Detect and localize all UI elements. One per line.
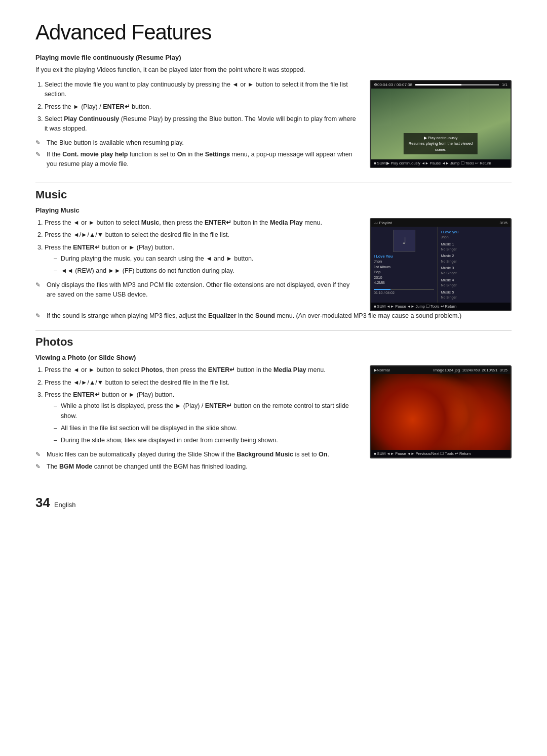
- photos-text: Press the ◄ or ► button to select Photos…: [35, 365, 358, 474]
- resume-play-notes: The Blue button is available when resumi…: [35, 138, 358, 170]
- page-title: Advanced Features: [35, 20, 512, 45]
- photos-note-1: Music files can be automatically played …: [35, 450, 358, 459]
- photo-date: 2010/2/1: [482, 368, 497, 372]
- now-playing-artist: Jhon: [374, 259, 434, 265]
- photos-screen: ▶Normal Image1024.jpg 1024x768 2010/2/1 …: [370, 365, 512, 458]
- video-icon: ⚙: [374, 82, 377, 87]
- music-dash-notes: During playing the music, you can search…: [45, 254, 358, 276]
- page-footer: 34 English: [35, 495, 512, 511]
- music-note-1: Only displays the files with MP3 and PCM…: [35, 280, 358, 300]
- music-steps: Press the ◄ or ► button to select Music,…: [35, 218, 358, 276]
- apples-image: [371, 374, 511, 450]
- photos-dash-notes: While a photo list is displayed, press t…: [45, 401, 358, 446]
- video-count: 1/1: [502, 82, 507, 87]
- music-section: Playing Music Press the ◄ or ► button to…: [35, 206, 512, 321]
- photo-step-3: Press the ENTER↵ button or ► (Play) butt…: [45, 390, 358, 446]
- photos-section: Viewing a Photo (or Slide Show) Press th…: [35, 354, 512, 474]
- music-playlist-count: 3/15: [499, 221, 507, 225]
- music-text: Press the ◄ or ► button to select Music,…: [35, 218, 358, 303]
- resume-play-steps: Select the movie file you want to play c…: [35, 80, 358, 134]
- playlist-item-2: Music 1 No Singer: [441, 241, 507, 253]
- photos-controls: ■ SUM ◄► Pause ◄► Previous/Next ☐ Tools …: [374, 451, 471, 456]
- music-content-area: ♩ I Love You Jhon 1st Album Pop 2010 4.2…: [371, 227, 511, 303]
- photo-dash-1: While a photo list is displayed, press t…: [54, 401, 358, 421]
- music-dash-2: ◄◄ (REW) and ►► (FF) buttons do not func…: [54, 266, 358, 276]
- video-controls: ■ SUM ▶ Play continuously ◄► Pause ◄► Ju…: [374, 161, 491, 165]
- overlay-line1: ▶ Play continuously: [409, 135, 473, 141]
- music-time: 01:10 / 04:02: [374, 291, 395, 295]
- video-screen-mockup: ⚙ 00:04:03 / 00:07:38 1/1 ▶ Play continu…: [370, 80, 512, 168]
- photo-step-1: Press the ◄ or ► button to select Photos…: [45, 365, 358, 375]
- music-title: Music: [35, 188, 512, 201]
- music-note-2: If the sound is strange when playing MP3…: [35, 311, 512, 321]
- music-step-2: Press the ◄/►/▲/▼ button to select the d…: [45, 230, 358, 240]
- playing-music-subtitle: Playing Music: [35, 206, 512, 214]
- resume-play-intro: If you exit the playing Videos function,…: [35, 65, 512, 75]
- video-top-bar: ⚙ 00:04:03 / 00:07:38 1/1: [371, 81, 511, 89]
- music-controls: ■ SUM ◄► Pause ◄► Jump ☐ Tools ↩ Return: [374, 304, 456, 309]
- playlist-item-5: Music 4 No Singer: [441, 277, 507, 289]
- music-bottom-bar: ■ SUM ◄► Pause ◄► Jump ☐ Tools ↩ Return: [371, 303, 511, 310]
- music-divider: [35, 183, 512, 183]
- video-time: 00:04:03 / 00:07:38: [377, 82, 412, 87]
- photo-filename: Image1024.jpg: [433, 368, 460, 372]
- photo-step-2: Press the ◄/►/▲/▼ button to select the d…: [45, 378, 358, 388]
- music-content: Press the ◄ or ► button to select Music,…: [35, 218, 512, 311]
- music-dash-1: During playing the music, you can search…: [54, 254, 358, 264]
- resume-play-screen: ⚙ 00:04:03 / 00:07:38 1/1 ▶ Play continu…: [370, 80, 512, 168]
- photos-note-2: The BGM Mode cannot be changed until the…: [35, 462, 358, 472]
- music-top-bar: ♪ ♪ Playlist 3/15: [371, 219, 511, 227]
- photo-dash-2: All files in the file list section will …: [54, 424, 358, 433]
- music-screen: ♪ ♪ Playlist 3/15 ♩ I Love You Jhon 1st …: [370, 218, 512, 311]
- overlay-line3: scene.: [409, 147, 473, 152]
- resume-play-subtitle: Playing movie file continuously (Resume …: [35, 54, 512, 61]
- step-3: Select Play Continuously (Resume Play) b…: [45, 114, 358, 134]
- photos-screen-mockup: ▶Normal Image1024.jpg 1024x768 2010/2/1 …: [370, 365, 512, 458]
- page-number: 34: [35, 495, 50, 511]
- music-details: I Love You Jhon 1st Album Pop 2010 4.2MB: [374, 254, 434, 286]
- photo-count: 3/15: [499, 368, 507, 372]
- playlist-item-6: Music 5 No Singer: [441, 289, 507, 301]
- music-size: 4.2MB: [374, 280, 434, 286]
- playlist-item-1: I Love you Jhon: [441, 229, 507, 241]
- page-language: English: [54, 501, 76, 509]
- photo-mode: ▶Normal: [374, 368, 390, 372]
- photos-steps: Press the ◄ or ► button to select Photos…: [35, 365, 358, 446]
- photos-content-area: [371, 374, 511, 450]
- note-blue-button: The Blue button is available when resumi…: [35, 138, 358, 148]
- photos-content: Press the ◄ or ► button to select Photos…: [35, 365, 512, 474]
- photos-divider: [35, 330, 512, 330]
- photos-top-bar: ▶Normal Image1024.jpg 1024x768 2010/2/1 …: [371, 366, 511, 374]
- resume-play-section: Playing movie file continuously (Resume …: [35, 54, 512, 174]
- video-content: ▶ Play continuously Resumes playing from…: [371, 89, 511, 159]
- music-album: 1st Album: [374, 265, 434, 270]
- resume-play-text: Select the movie file you want to play c…: [35, 80, 358, 174]
- now-playing-title: I Love You: [374, 254, 434, 260]
- music-playlist: I Love you Jhon Music 1 No Singer Music …: [438, 227, 511, 303]
- music-screen-mockup: ♪ ♪ Playlist 3/15 ♩ I Love You Jhon 1st …: [370, 218, 512, 311]
- music-thumbnail: ♩: [393, 230, 415, 252]
- step-2: Press the ► (Play) / ENTER↵ button.: [45, 102, 358, 112]
- photos-title: Photos: [35, 335, 512, 349]
- note-cont-help: If the Cont. movie play help function is…: [35, 150, 358, 170]
- playlist-item-3: Music 2 No Singer: [441, 253, 507, 265]
- viewing-photo-subtitle: Viewing a Photo (or Slide Show): [35, 354, 512, 361]
- music-progress: 01:10 / 04:02: [374, 289, 434, 295]
- playlist-item-4: Music 3 No Singer: [441, 265, 507, 277]
- music-step-1: Press the ◄ or ► button to select Music,…: [45, 218, 358, 228]
- video-bottom-bar: ■ SUM ▶ Play continuously ◄► Pause ◄► Ju…: [371, 159, 511, 167]
- step-1: Select the movie file you want to play c…: [45, 80, 358, 100]
- photo-dash-3: During the slide show, files are display…: [54, 436, 358, 445]
- photos-bottom-bar: ■ SUM ◄► Pause ◄► Previous/Next ☐ Tools …: [371, 450, 511, 457]
- video-overlay: ▶ Play continuously Resumes playing from…: [404, 133, 478, 154]
- music-step-3: Press the ENTER↵ button or ► (Play) butt…: [45, 243, 358, 276]
- music-year: 2010: [374, 275, 434, 281]
- overlay-line2: Resumes playing from the last viewed: [409, 141, 473, 146]
- resume-play-content: Select the movie file you want to play c…: [35, 80, 512, 174]
- photo-res: 1024x768: [462, 368, 480, 372]
- music-playlist-label: ♪ Playlist: [376, 221, 392, 225]
- music-now-playing: ♩ I Love You Jhon 1st Album Pop 2010 4.2…: [371, 227, 438, 303]
- music-genre: Pop: [374, 270, 434, 275]
